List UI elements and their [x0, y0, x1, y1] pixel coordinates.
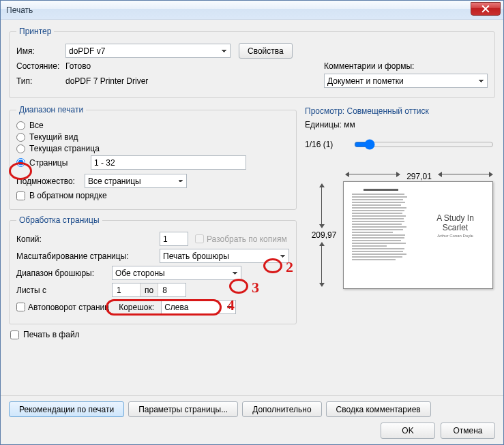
- bottom-bar: Рекомендации по печати Параметры страниц…: [1, 395, 503, 444]
- preview-height: 209,97: [312, 230, 337, 240]
- radio-all-label: Все: [29, 121, 44, 130]
- preview-width: 297,01: [406, 172, 432, 181]
- preview-group: Просмотр: Совмещенный оттиск Единицы: мм…: [305, 106, 495, 289]
- zoom-slider[interactable]: [354, 139, 494, 150]
- summary-button[interactable]: Сводка комментариев: [326, 401, 431, 417]
- collate-label: Разобрать по копиям: [207, 234, 287, 244]
- subset-select[interactable]: Все страницы: [85, 174, 187, 188]
- booklet-range-label: Диапазон брошюры:: [16, 268, 112, 278]
- radio-pages-label: Страницы: [29, 158, 87, 168]
- sheets-to-input[interactable]: [158, 283, 186, 296]
- type-value: doPDF 7 Printer Driver: [65, 76, 148, 86]
- reverse-checkbox[interactable]: [16, 191, 25, 200]
- preview-thumbnail: A Study In Scarlet Arthur Conan Doyle: [343, 181, 493, 289]
- booklet-range-select[interactable]: Обе стороны: [112, 266, 241, 280]
- doc-title: A Study In Scarlet: [426, 213, 484, 232]
- sheets-label: Листы с: [16, 286, 112, 295]
- ok-button[interactable]: OK: [381, 423, 435, 439]
- properties-button[interactable]: Свойства: [239, 43, 293, 59]
- scaling-select[interactable]: Печать брошюры: [160, 249, 289, 263]
- autorotate-checkbox[interactable]: [16, 303, 25, 311]
- binding-select[interactable]: Слева: [161, 300, 236, 314]
- tips-button[interactable]: Рекомендации по печати: [9, 401, 124, 417]
- binding-label: Корешок:: [119, 303, 161, 312]
- subset-label: Подмножество:: [16, 177, 85, 186]
- cancel-button[interactable]: Отмена: [441, 423, 495, 439]
- handling-group: Обработка страницы Копий: Разобрать по к…: [9, 215, 297, 324]
- range-legend: Диапазон печати: [16, 105, 86, 114]
- status-label: Состояние:: [16, 61, 65, 71]
- comments-label: Комментарии и формы:: [324, 61, 488, 71]
- advanced-button[interactable]: Дополнительно: [242, 401, 321, 417]
- sheets-from-input[interactable]: [113, 283, 140, 296]
- name-label: Имя:: [16, 46, 65, 56]
- scaling-label: Масштабирование страницы:: [16, 251, 160, 261]
- doc-author: Arthur Conan Doyle: [437, 234, 473, 238]
- radio-current-page[interactable]: [16, 144, 25, 153]
- preview-title: Просмотр: Совмещенный оттиск: [305, 106, 495, 116]
- print-to-file-checkbox[interactable]: [10, 331, 19, 339]
- status-value: Готово: [65, 61, 91, 71]
- comments-select[interactable]: Документ и пометки: [324, 74, 488, 88]
- close-icon: [481, 5, 490, 13]
- range-group: Диапазон печати Все Текущий вид Текущая …: [9, 105, 297, 210]
- page-setup-button[interactable]: Параметры страницы...: [128, 401, 238, 417]
- radio-current-page-label: Текущая страница: [29, 144, 100, 153]
- printer-name-select[interactable]: doPDF v7: [65, 44, 231, 58]
- window-title: Печать: [6, 5, 33, 15]
- copies-input[interactable]: [160, 232, 188, 246]
- zoom-label: 1/16 (1): [305, 140, 353, 149]
- radio-current-view[interactable]: [16, 133, 25, 142]
- handling-legend: Обработка страницы: [16, 215, 102, 225]
- sheets-to-label: по: [140, 283, 158, 296]
- print-to-file-label: Печать в файл: [23, 330, 80, 339]
- type-label: Тип:: [16, 76, 65, 86]
- radio-all[interactable]: [16, 121, 25, 130]
- close-button[interactable]: [471, 2, 501, 16]
- printer-legend: Принтер: [16, 27, 54, 36]
- radio-current-view-label: Текущий вид: [29, 132, 78, 142]
- print-dialog: Печать Принтер Имя: doPDF v7 Свойства Со…: [0, 0, 504, 445]
- pages-input[interactable]: [91, 155, 246, 170]
- radio-pages[interactable]: [16, 158, 25, 167]
- collate-checkbox: [195, 234, 204, 243]
- autorotate-label: Автоповорот страниц: [28, 303, 109, 312]
- sheets-range: по: [112, 283, 186, 297]
- units-label: Единицы: мм: [305, 120, 495, 129]
- copies-label: Копий:: [16, 234, 160, 244]
- reverse-label: В обратном порядке: [29, 191, 107, 200]
- printer-group: Принтер Имя: doPDF v7 Свойства Состояние…: [9, 27, 495, 98]
- titlebar[interactable]: Печать: [1, 1, 503, 20]
